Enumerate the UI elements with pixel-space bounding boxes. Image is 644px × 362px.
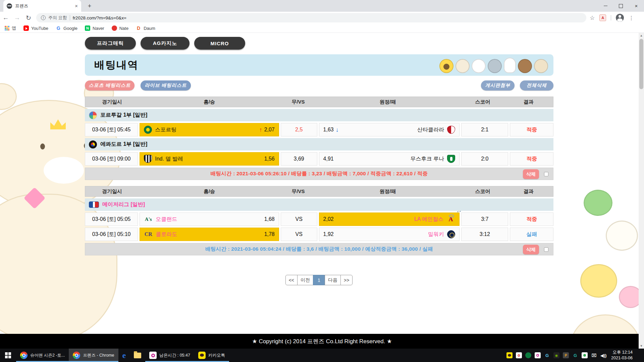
result-cell: 적중 xyxy=(510,213,553,226)
league-row-ecuador: 에콰도르 1부 [일반] xyxy=(85,138,553,150)
delete-all-button[interactable]: 전체삭제 xyxy=(520,80,553,90)
bookmark-naver[interactable]: N Naver xyxy=(85,25,104,31)
sports-betting-list-button[interactable]: 스포츠 배팅리스트 xyxy=(85,80,135,90)
taskbar-item-kakaotalk[interactable]: 카카오톡 xyxy=(194,349,229,362)
chrome-menu-icon[interactable]: ⋮ xyxy=(629,15,634,21)
decor-character-ear xyxy=(0,83,17,110)
draw-cell[interactable]: 2,5 xyxy=(281,123,317,136)
home-pick-cell[interactable]: Ind. 델 발레 1,56 xyxy=(140,152,279,166)
away-cell[interactable]: 4,91 무스후크 루나 xyxy=(319,152,460,166)
away-cell[interactable]: 1,63 ↓ 산타클라라 xyxy=(319,123,460,136)
page-first-button[interactable]: << xyxy=(285,275,298,285)
taskbar-clock[interactable]: 오후 12:14 2021-03-06 xyxy=(610,350,636,361)
scroll-down-icon[interactable]: ▼ xyxy=(639,343,644,349)
col-score: 스코어 xyxy=(459,99,506,105)
col-draw: 무/VS xyxy=(280,99,317,105)
taskbar-label: 카카오톡 xyxy=(208,353,225,358)
main-content: 프라그매틱 AG카지노 MICRO 배팅내역 스포츠 배팅 xyxy=(85,33,553,285)
minimize-button[interactable] xyxy=(598,0,613,12)
taskbar-item-chrome-2[interactable]: 프렌즈 - Chrome xyxy=(69,349,118,362)
bookmark-daum[interactable]: D Daum xyxy=(136,25,155,31)
bookmark-apps[interactable]: 앱 xyxy=(5,25,16,31)
bet-summary-row: 배팅시간 : 2021-03-06 05:04:24 / 배당률 : 3,6 /… xyxy=(85,243,553,255)
odds-up-arrow-icon: ↑ xyxy=(259,126,262,133)
tray-kakao-icon[interactable] xyxy=(506,352,513,358)
tray-green-dot-icon[interactable] xyxy=(582,352,588,358)
micro-button[interactable]: MICRO xyxy=(194,37,245,50)
tab-close-icon[interactable]: × xyxy=(75,3,78,9)
oakland-logo-icon: A's xyxy=(144,215,153,223)
page-viewport: ♪ ♫ 프라그매틱 AG카지노 MICRO 배팅내역 xyxy=(0,33,644,349)
maximize-button[interactable] xyxy=(613,0,629,12)
tray-hex-icon[interactable]: G xyxy=(572,352,578,358)
away-cell[interactable]: 1,92 밀워키 xyxy=(319,228,460,241)
page-title: 배팅내역 xyxy=(94,58,139,72)
away-odds: 2,02 xyxy=(323,216,334,222)
timer-app-icon xyxy=(149,352,157,359)
table-header: 경기일시 홈/승 무/VS 원정/패 스코어 결과 xyxy=(85,97,553,107)
scrollbar-thumb[interactable] xyxy=(639,39,643,89)
url-bar[interactable]: i 주의 요함 fr2028.com/?m=9&s=0&x= xyxy=(36,13,586,22)
site-info-icon[interactable]: i xyxy=(41,15,46,20)
tray-logitech-icon[interactable]: G xyxy=(544,352,550,358)
home-cell[interactable]: A's 오클랜드 1,68 xyxy=(140,213,279,226)
bookmark-star-icon[interactable]: ☆ xyxy=(590,14,595,21)
new-tab-button[interactable]: + xyxy=(85,2,94,10)
tray-green-chat-icon[interactable] xyxy=(525,352,531,358)
bookmark-nate[interactable]: Nate xyxy=(112,25,128,31)
tray-nvidia-icon[interactable]: ◉ xyxy=(553,352,559,358)
delete-bet-button[interactable]: 삭제 xyxy=(523,169,539,179)
pragmatic-button[interactable]: 프라그매틱 xyxy=(85,37,136,50)
tray-red-app-icon[interactable]: ✿ xyxy=(516,352,522,358)
window-controls: × xyxy=(598,0,644,12)
decor-character-muzzle xyxy=(44,157,84,184)
tray-o-app-icon[interactable] xyxy=(535,352,541,358)
delete-bet-button[interactable]: 삭제 xyxy=(523,245,539,254)
adobe-extension-icon[interactable]: A xyxy=(599,14,606,21)
browser-tab[interactable]: 프렌즈 × xyxy=(3,0,81,12)
network-icon[interactable]: ⌧ xyxy=(591,352,597,358)
page-prev-button[interactable]: 이전 xyxy=(297,275,313,285)
decor-sunflower-head xyxy=(439,59,453,73)
live-betting-list-button[interactable]: 라이브 배팅리스트 xyxy=(141,80,191,90)
start-button[interactable] xyxy=(0,349,16,362)
forward-icon[interactable]: → xyxy=(11,14,23,21)
profile-avatar[interactable] xyxy=(616,14,624,22)
volume-icon[interactable]: ◀)) xyxy=(600,352,606,358)
away-team-name: 산타클라라 xyxy=(417,126,444,133)
home-pick-cell[interactable]: 스포르팅 ↑ 2,07 xyxy=(140,123,279,136)
taskbar-item-timer[interactable]: 남은시간 : 05:47 xyxy=(145,349,194,362)
away-pick-cell[interactable]: 2,02 LA 에인절스 A xyxy=(319,213,460,226)
result-cell: 적중 xyxy=(510,152,553,166)
daum-icon: D xyxy=(136,25,141,31)
close-button[interactable]: × xyxy=(629,0,644,12)
home-pick-cell[interactable]: CR 콜로라도 1,78 xyxy=(140,228,279,241)
ag-casino-button[interactable]: AG카지노 xyxy=(141,37,190,50)
reload-icon[interactable]: ↻ xyxy=(23,14,34,22)
taskbar-item-chrome-1[interactable]: 슈어맨 시즌2 -토... xyxy=(16,349,69,362)
bookmark-google[interactable]: G Google xyxy=(56,25,77,31)
page-next-button[interactable]: 다음 xyxy=(325,275,341,285)
clock-time: 오후 12:14 xyxy=(611,350,633,355)
scroll-up-icon[interactable]: ▲ xyxy=(639,33,644,38)
page-number-current[interactable]: 1 xyxy=(313,275,325,285)
scrollbar[interactable]: ▲ ▼ xyxy=(639,33,644,349)
col-datetime: 경기일시 xyxy=(85,99,139,105)
home-team-name: Ind. 델 발레 xyxy=(155,156,183,163)
page-last-button[interactable]: >> xyxy=(340,275,353,285)
decor-white-character xyxy=(606,221,638,251)
youtube-icon xyxy=(23,25,29,31)
board-attach-button[interactable]: 게시판첨부 xyxy=(481,80,515,90)
draw-cell[interactable]: 3,69 xyxy=(281,152,317,166)
decor-head xyxy=(488,59,502,73)
select-checkbox[interactable] xyxy=(544,172,548,176)
taskbar-item-explorer[interactable] xyxy=(130,349,145,362)
bookmark-youtube[interactable]: YouTube xyxy=(23,25,48,31)
back-icon[interactable]: ← xyxy=(0,14,11,21)
mushuc-runa-badge-icon xyxy=(447,155,455,163)
tray-pt-icon[interactable]: P xyxy=(563,352,569,358)
select-checkbox[interactable] xyxy=(544,247,548,252)
kakaotalk-icon xyxy=(198,352,206,359)
milwaukee-badge-icon xyxy=(447,230,455,238)
taskbar-item-edge[interactable]: e xyxy=(118,349,130,362)
